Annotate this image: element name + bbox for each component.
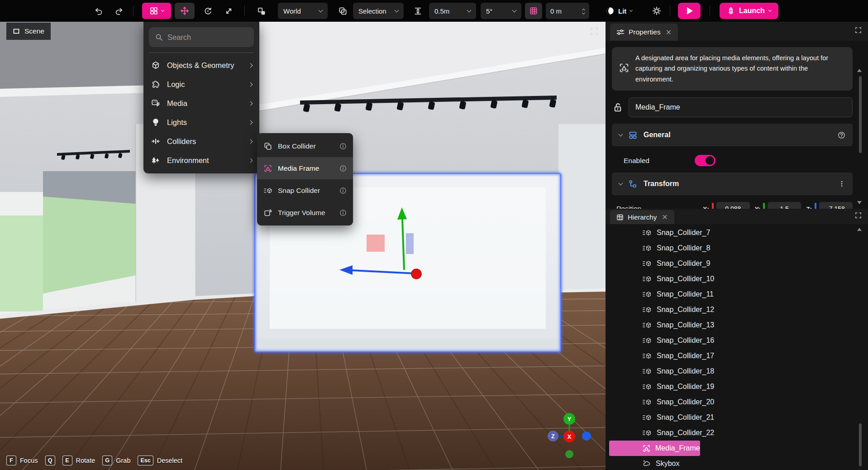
hierarchy-item[interactable]: Snap_Collider_16 [609, 333, 714, 348]
scrollbar-up-arrow[interactable] [857, 69, 862, 72]
pivot-mode-button[interactable] [253, 3, 270, 19]
menu-search[interactable] [149, 27, 254, 47]
grid-size-dropdown[interactable]: 0.5m [429, 3, 476, 19]
viewport-3d[interactable]: Scene FFocus Q ERotate GGrab EscDeselect… [0, 22, 606, 470]
hierarchy-item[interactable]: Snap_Collider_18 [609, 364, 714, 379]
scrollbar-up-arrow[interactable] [857, 228, 862, 231]
y-axis-bar [763, 203, 765, 209]
menu-item-logic[interactable]: Logic [143, 75, 259, 94]
info-icon[interactable] [339, 187, 347, 194]
orientation-gizmo[interactable]: Y Z X [532, 407, 604, 463]
gizmo-plane-handle-blue[interactable] [406, 233, 414, 254]
vertical-move-button[interactable] [409, 3, 426, 19]
gizmo-y-label: Y [568, 416, 572, 422]
snap-grid-icon [529, 7, 538, 15]
move-tool-button[interactable] [175, 3, 195, 19]
info-icon[interactable] [339, 165, 347, 172]
hierarchy-item[interactable]: Snap_Collider_7 [609, 225, 710, 240]
chevron-down-icon [768, 9, 772, 12]
settings-button[interactable] [648, 3, 665, 19]
gizmo-plane-handle-red[interactable] [367, 235, 385, 252]
hierarchy-item[interactable]: Snap_Collider_11 [609, 287, 714, 302]
redo-button[interactable] [111, 3, 127, 19]
submenu-item-media-frame[interactable]: Media Frame [257, 157, 353, 179]
scene-tab-label: Scene [24, 27, 44, 35]
scene-tab[interactable]: Scene [6, 23, 51, 40]
hierarchy-item[interactable]: Snap_Collider_17 [609, 348, 714, 364]
asset-library-button[interactable] [142, 3, 171, 19]
hierarchy-item[interactable]: Snap_Collider_20 [609, 394, 714, 410]
hierarchy-scrollbar[interactable] [859, 423, 862, 466]
stepper-down-icon[interactable] [582, 11, 585, 14]
selection-mode-dropdown[interactable]: Selection [353, 3, 404, 19]
section-label: Transform [644, 180, 679, 188]
menu-item-media[interactable]: Media [143, 94, 259, 113]
rotation-snap-dropdown[interactable]: 5° [481, 3, 521, 19]
kebab-menu-icon[interactable] [838, 180, 845, 187]
hierarchy-item[interactable]: Snap_Collider_21 [609, 410, 714, 425]
undo-button[interactable] [91, 3, 106, 19]
info-icon[interactable] [339, 143, 347, 150]
media-icon [151, 99, 161, 108]
rocket-icon [727, 7, 735, 15]
render-mode-dropdown[interactable]: Lit [606, 3, 632, 19]
menu-divider [149, 53, 254, 53]
position-y-input[interactable]: 1.5 [768, 202, 801, 209]
info-icon[interactable] [339, 209, 347, 216]
hierarchy-item[interactable]: Snap_Collider_19 [609, 379, 714, 394]
height-snap-stepper[interactable]: 0 m [546, 3, 589, 19]
properties-scrollbar[interactable] [859, 76, 862, 153]
submenu-item-snap-collider[interactable]: Snap Collider [257, 179, 353, 201]
rotate-tool-button[interactable] [199, 3, 216, 19]
hierarchy-item[interactable]: Snap_Collider_9 [609, 256, 710, 271]
hierarchy-item-selected[interactable]: Media_Frame [609, 441, 700, 456]
media-frame-icon [619, 53, 629, 85]
entity-name-input[interactable] [629, 97, 853, 117]
properties-expand-button[interactable] [855, 27, 862, 34]
tab-properties[interactable]: Properties ✕ [610, 24, 678, 41]
hierarchy-item[interactable]: Snap_Collider_8 [609, 240, 710, 256]
submenu-item-box-collider[interactable]: Box Collider [257, 135, 353, 157]
position-x-input[interactable]: 0.088 [716, 202, 750, 209]
close-icon[interactable]: ✕ [662, 213, 668, 221]
gizmo-origin-handle[interactable] [411, 269, 421, 279]
snap-grid-toggle-button[interactable] [525, 3, 542, 19]
hierarchy-item[interactable]: Skybox [609, 456, 679, 470]
scrollbar-down-arrow[interactable] [857, 201, 862, 204]
menu-item-colliders[interactable]: Colliders [143, 132, 259, 151]
x-axis-label: X: [703, 206, 709, 209]
scene-canvas[interactable] [0, 22, 606, 470]
enabled-toggle[interactable] [695, 155, 715, 166]
menu-item-objects-geometry[interactable]: Objects & Geometry [143, 56, 259, 75]
close-icon[interactable]: ✕ [666, 28, 672, 37]
scale-tool-button[interactable] [220, 3, 237, 19]
section-general[interactable]: General [612, 124, 853, 146]
submenu-item-trigger-volume[interactable]: Trigger Volume [257, 201, 353, 224]
play-button[interactable] [678, 3, 701, 19]
chevron-down-icon [319, 8, 323, 13]
search-input[interactable] [167, 33, 248, 42]
unlock-icon[interactable] [613, 102, 623, 112]
local-space-button[interactable] [334, 3, 351, 19]
search-icon [155, 34, 163, 41]
hierarchy-item[interactable]: Snap_Collider_12 [609, 302, 714, 317]
hierarchy-item[interactable]: Snap_Collider_13 [609, 317, 714, 333]
submenu-item-label: Snap Collider [278, 187, 320, 195]
chevron-right-icon [248, 82, 253, 86]
transform-space-dropdown[interactable]: World [278, 3, 328, 19]
submenu-item-label: Trigger Volume [278, 209, 325, 217]
hierarchy-item[interactable]: Snap_Collider_22 [609, 425, 714, 441]
launch-button[interactable]: Launch [720, 3, 778, 19]
viewport-expand-button[interactable] [590, 27, 598, 35]
hierarchy-item[interactable]: Snap_Collider_10 [609, 271, 714, 287]
hierarchy-expand-button[interactable] [855, 212, 862, 219]
menu-item-lights[interactable]: Lights [143, 113, 259, 132]
section-transform[interactable]: Transform [612, 173, 853, 195]
gizmo-axis-ball-green[interactable] [565, 450, 573, 458]
tab-hierarchy[interactable]: Hierarchy ✕ [610, 210, 674, 224]
rotate-icon [204, 7, 212, 15]
gizmo-axis-ball-blue[interactable] [582, 432, 591, 441]
position-z-input[interactable]: -7.158 [819, 202, 853, 209]
help-icon[interactable] [838, 131, 845, 139]
menu-item-environment[interactable]: Environment [143, 151, 259, 170]
